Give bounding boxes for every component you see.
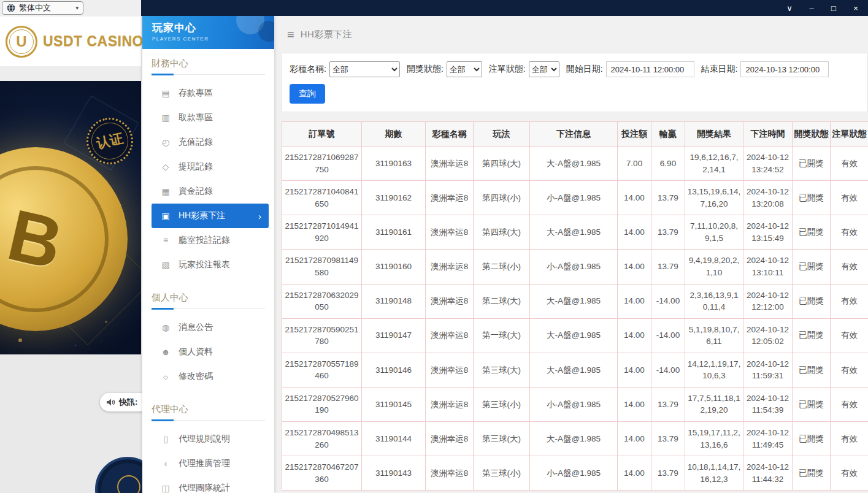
sidebar-item-agent-team[interactable]: ◫代理團隊統計 [152, 476, 269, 493]
sidebar-item-label: 個人資料 [179, 346, 213, 357]
sidebar-item-agent-promotion[interactable]: ‹代理推廣管理 [152, 451, 269, 476]
cell-bet-amount: 14.00 [618, 422, 651, 456]
lottery-name-select[interactable]: 全部 [329, 61, 400, 77]
cell-bet-amount: 7.00 [618, 147, 651, 181]
bets-table-body: 215217287106928775031190163澳洲幸运8第四球(大)大-… [282, 147, 868, 491]
cell-bet-time: 2024-10-12 13:20:08 [743, 181, 793, 215]
cell-bet-time: 2024-10-12 11:54:39 [743, 387, 793, 421]
draw-status-select[interactable]: 全部 [447, 61, 482, 77]
end-date-input[interactable] [740, 61, 829, 77]
chevron-down-icon: ▾ [75, 5, 79, 11]
sidebar-item-password[interactable]: ☼修改密碼 [152, 364, 269, 389]
cell-win-loss: 6.90 [651, 147, 685, 181]
cell-period: 31190144 [362, 422, 426, 456]
cell-order-no: 2152172870498513260 [282, 422, 362, 456]
cell-play-type: 第二球(小) [474, 250, 530, 284]
cell-bet-time: 2024-10-12 11:44:32 [743, 456, 793, 491]
bet-status-select[interactable]: 全部 [529, 61, 559, 77]
cell-draw-status: 已開獎 [793, 353, 831, 387]
sidebar-section-title: 個人中心 [152, 292, 265, 309]
maximize-icon[interactable]: □ [829, 4, 839, 12]
table-row: 215217287063202905031190148澳洲幸运8第二球(大)大-… [282, 284, 868, 318]
cell-lottery-name: 澳洲幸运8 [426, 147, 474, 181]
lottery-filter-group: 彩種名稱: 全部 [290, 61, 400, 77]
cell-lottery-name: 澳洲幸运8 [426, 250, 474, 284]
cell-order-status: 有效 [831, 181, 868, 215]
start-date-input[interactable] [606, 61, 694, 77]
cell-lottery-name: 澳洲幸运8 [426, 422, 474, 456]
cell-draw-status: 已開獎 [793, 250, 831, 284]
table-row: 215217287046720736031190143澳洲幸运8第三球(小)小-… [282, 456, 868, 491]
cell-play-type: 第四球(小) [474, 181, 530, 215]
sidebar-item-withdrawal-record[interactable]: ◇提現記錄 [152, 155, 269, 179]
sidebar-item-room-bet-record[interactable]: ≡廳室投註記錄 [152, 228, 269, 253]
cell-bet-info: 小-A盤@1.985 [530, 250, 618, 284]
close-icon[interactable]: × [851, 4, 861, 12]
hamburger-menu-icon[interactable]: ≡ [287, 28, 294, 42]
sidebar-item-lottery-bet[interactable]: ▣HH彩票下注› [152, 204, 269, 228]
cell-lottery-name: 澳洲幸运8 [426, 284, 474, 318]
sidebar-item-withdraw[interactable]: ▥取款專區 [152, 105, 269, 130]
col-header-win-loss: 輸贏 [651, 122, 685, 147]
sidebar-item-recharge-record[interactable]: ◴充值記錄 [152, 130, 269, 155]
withdrawal-record-icon: ◇ [161, 162, 171, 172]
start-date-group: 開始日期: [566, 61, 694, 77]
sidebar-item-message[interactable]: ◍消息公告 [152, 315, 269, 340]
cell-draw-result: 17,7,5,11,18,12,19,20 [685, 387, 743, 421]
sidebar-item-label: 充值記錄 [179, 137, 213, 148]
cell-play-type: 第四球(大) [474, 215, 530, 250]
sidebar-item-agent-rules[interactable]: ▯代理規則說明 [152, 427, 269, 451]
cell-bet-amount: 14.00 [618, 353, 651, 387]
cell-bet-info: 小-A盤@1.985 [530, 456, 618, 491]
cell-bet-amount: 14.00 [618, 215, 651, 250]
chevron-right-icon: › [258, 211, 261, 221]
cell-bet-info: 大-A盤@1.985 [530, 422, 618, 456]
cell-draw-result: 10,18,1,14,17,16,12,3 [685, 456, 743, 491]
sidebar-item-funds-record[interactable]: ▦資金記錄 [152, 179, 269, 204]
cell-period: 31190146 [362, 353, 426, 387]
sidebar-item-deposit[interactable]: ▤存款專區 [152, 81, 269, 105]
cell-play-type: 第三球(大) [474, 422, 530, 456]
site-left-column: 繁体中文 ▾ U USDT CASINO B 认证 快訊: [0, 0, 141, 493]
table-row: 215217287104084165031190162澳洲幸运8第四球(小)小-… [282, 181, 868, 215]
sidebar-item-profile[interactable]: ☻個人資料 [152, 340, 269, 364]
table-row: 215217287049851326031190144澳洲幸运8第三球(大)大-… [282, 422, 868, 456]
player-bet-report-icon: ▧ [161, 260, 171, 270]
cell-draw-result: 5,1,19,8,10,7,6,11 [685, 318, 743, 353]
bet-status-filter-group: 注單狀態: 全部 [489, 61, 559, 77]
cell-lottery-name: 澳洲幸运8 [426, 215, 474, 250]
sidebar-section-title: 代理中心 [152, 403, 265, 421]
minimize-icon[interactable]: – [807, 4, 816, 12]
sidebar-item-label: 修改密碼 [179, 371, 213, 382]
col-header-play-type: 玩法 [474, 122, 530, 147]
table-row: 215217287055718946031190146澳洲幸运8第三球(大)大-… [282, 353, 868, 387]
sidebar-item-label: 提現記錄 [179, 161, 213, 172]
sidebar-item-player-bet-report[interactable]: ▧玩家投注報表 [152, 253, 269, 277]
cell-order-no: 2152172870632029050 [282, 284, 362, 318]
sidebar-section-title: 財務中心 [152, 58, 265, 75]
cell-lottery-name: 澳洲幸运8 [426, 181, 474, 215]
players-center-title: 玩家中心 [152, 21, 274, 35]
cell-win-loss: 13.79 [651, 215, 685, 250]
bet-status-label: 注單狀態: [489, 64, 526, 75]
col-header-order-no: 訂單號 [282, 122, 362, 147]
language-selector[interactable]: 繁体中文 ▾ [2, 1, 83, 15]
table-row: 215217287052796019031190145澳洲幸运8第三球(小)小-… [282, 387, 868, 421]
cell-draw-result: 9,4,19,8,20,2,1,10 [685, 250, 743, 284]
dropdown-chevron-icon[interactable]: ∨ [785, 4, 794, 12]
deposit-icon: ▤ [161, 88, 171, 98]
cell-order-status: 有效 [831, 422, 868, 456]
cell-order-status: 有效 [831, 353, 868, 387]
cell-order-status: 有效 [831, 456, 868, 491]
sidebar-item-label: 玩家投注報表 [179, 259, 230, 270]
cell-bet-time: 2024-10-12 12:05:02 [743, 318, 793, 353]
cell-period: 31190147 [362, 318, 426, 353]
search-button[interactable]: 查詢 [290, 84, 325, 104]
cell-play-type: 第二球(大) [474, 284, 530, 318]
cell-lottery-name: 澳洲幸运8 [426, 387, 474, 421]
sidebar-item-label: 資金記錄 [179, 186, 213, 197]
cell-draw-result: 14,12,1,19,17,10,6,3 [685, 353, 743, 387]
room-bet-record-icon: ≡ [161, 235, 171, 245]
cell-draw-result: 19,6,12,16,7,2,14,1 [685, 147, 743, 181]
cell-order-no: 2152172870557189460 [282, 353, 362, 387]
